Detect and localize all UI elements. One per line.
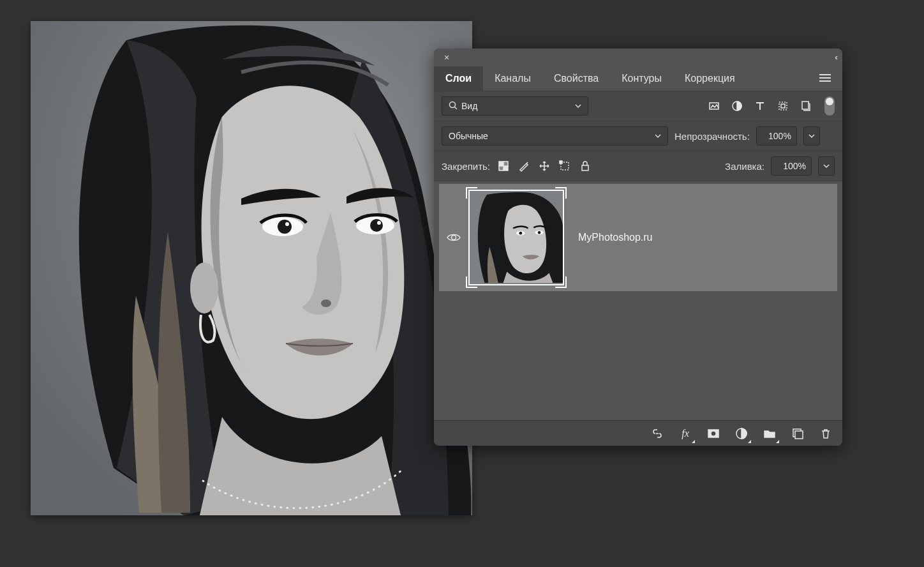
- filter-type-icon[interactable]: [752, 98, 768, 114]
- svg-rect-24: [560, 161, 562, 163]
- filter-toggle[interactable]: [824, 96, 835, 116]
- canvas-image[interactable]: [31, 21, 472, 515]
- svg-rect-17: [781, 104, 785, 108]
- add-mask-icon[interactable]: [704, 425, 722, 442]
- layer-row[interactable]: MyPhotoshop.ru: [439, 184, 837, 291]
- tab-properties[interactable]: Свойства: [542, 66, 610, 91]
- svg-rect-22: [499, 166, 503, 170]
- visibility-icon[interactable]: [447, 232, 461, 243]
- lock-fill-row: Закрепить: Заливка: 100%: [434, 151, 842, 181]
- lock-pixels-icon[interactable]: [517, 159, 531, 173]
- fill-label: Заливка:: [725, 161, 764, 172]
- svg-point-8: [190, 262, 218, 314]
- chevron-down-icon: [655, 133, 661, 139]
- svg-rect-18: [802, 102, 808, 109]
- svg-point-33: [711, 431, 716, 436]
- chevron-down-icon: [575, 103, 581, 109]
- svg-point-12: [450, 102, 456, 107]
- svg-point-5: [370, 219, 383, 232]
- panel-bottom-toolbar: fx: [434, 420, 842, 446]
- panel-titlebar: × ‹‹: [434, 49, 842, 66]
- lock-label: Закрепить:: [442, 161, 490, 172]
- tab-channels[interactable]: Каналы: [483, 66, 542, 91]
- close-icon[interactable]: ×: [440, 50, 453, 65]
- opacity-value[interactable]: 100%: [756, 126, 797, 146]
- tab-adjustments[interactable]: Коррекция: [673, 66, 747, 91]
- adjustment-layer-icon[interactable]: [733, 425, 750, 442]
- opacity-slider-toggle[interactable]: [803, 126, 820, 146]
- smartobject-badge-corner: [555, 187, 567, 199]
- layer-thumbnail[interactable]: [468, 190, 564, 285]
- blend-opacity-row: Обычные Непрозрачность: 100%: [434, 121, 842, 151]
- tab-layers[interactable]: Слои: [434, 66, 483, 91]
- fill-slider-toggle[interactable]: [818, 156, 835, 176]
- blend-mode-value: Обычные: [449, 131, 488, 141]
- link-layers-icon[interactable]: [648, 425, 666, 442]
- new-layer-icon[interactable]: [789, 425, 807, 442]
- layer-name[interactable]: MyPhotoshop.ru: [578, 232, 653, 243]
- lock-position-icon[interactable]: [537, 159, 551, 173]
- svg-point-7: [377, 221, 381, 225]
- layer-filter-row: Вид: [434, 91, 842, 121]
- panel-tabs: Слои Каналы Свойства Контуры Коррекция: [434, 66, 842, 91]
- opacity-label: Непрозрачность:: [674, 131, 750, 142]
- svg-rect-36: [795, 431, 803, 439]
- svg-rect-25: [582, 165, 588, 170]
- kind-dropdown-label: Вид: [461, 101, 477, 111]
- panel-menu-icon[interactable]: [813, 68, 837, 89]
- new-group-icon[interactable]: [761, 425, 779, 442]
- svg-rect-21: [503, 162, 508, 166]
- svg-point-29: [519, 232, 522, 235]
- svg-point-6: [285, 222, 289, 226]
- smartobject-badge-corner: [466, 276, 477, 288]
- svg-line-13: [455, 107, 458, 109]
- collapse-panel-icon[interactable]: ‹‹: [835, 53, 836, 62]
- delete-layer-icon[interactable]: [817, 425, 835, 442]
- filter-shape-icon[interactable]: [775, 98, 791, 114]
- blend-mode-dropdown[interactable]: Обычные: [442, 126, 668, 146]
- filter-adjust-icon[interactable]: [729, 98, 745, 114]
- svg-point-31: [538, 231, 540, 234]
- lock-transparency-icon[interactable]: [496, 159, 510, 173]
- svg-point-26: [452, 236, 456, 240]
- search-icon: [449, 101, 458, 112]
- svg-rect-20: [503, 166, 508, 170]
- kind-dropdown[interactable]: Вид: [442, 96, 588, 116]
- svg-point-4: [278, 220, 292, 234]
- fill-value[interactable]: 100%: [771, 156, 812, 176]
- filter-smartobject-icon[interactable]: [798, 98, 814, 114]
- layers-list[interactable]: MyPhotoshop.ru: [434, 184, 842, 420]
- layers-panel: × ‹‹ Слои Каналы Свойства Контуры Коррек…: [434, 49, 842, 446]
- smartobject-badge-corner: [466, 187, 477, 199]
- lock-all-icon[interactable]: [578, 159, 592, 173]
- filter-pixel-icon[interactable]: [706, 98, 722, 114]
- svg-rect-16: [779, 102, 787, 110]
- smartobject-badge-corner: [555, 276, 567, 288]
- svg-rect-19: [499, 162, 503, 166]
- tab-paths[interactable]: Контуры: [610, 66, 673, 91]
- layer-style-icon[interactable]: fx: [676, 425, 694, 442]
- lock-artboard-icon[interactable]: [558, 159, 572, 173]
